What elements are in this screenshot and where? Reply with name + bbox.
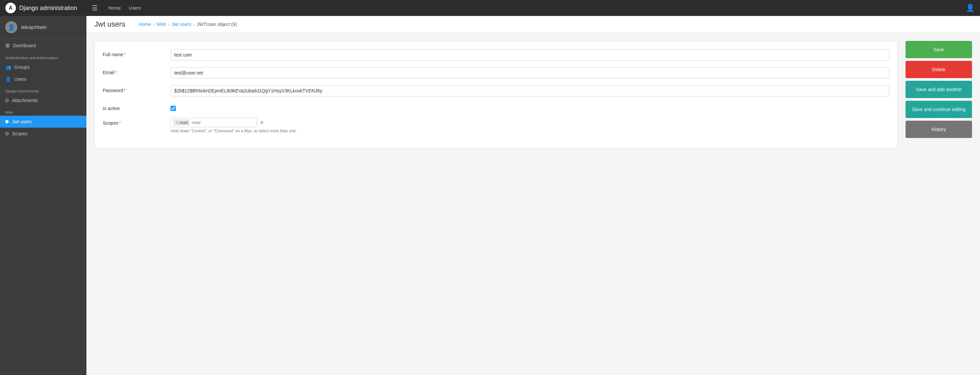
dot-icon bbox=[5, 99, 9, 102]
hamburger-icon[interactable]: ☰ bbox=[92, 4, 98, 12]
sidebar-item-jwt-users[interactable]: Jwt users bbox=[0, 116, 86, 128]
brand-title: Django administration bbox=[19, 5, 77, 12]
breadcrumb-jwt-users[interactable]: Jwt users bbox=[172, 22, 191, 27]
subheader: Jwt users Home › Web › Jwt users › JWTUs… bbox=[86, 16, 980, 33]
sidebar-item-label: Jwt users bbox=[12, 119, 32, 124]
fullname-label: Full name* bbox=[103, 49, 162, 57]
password-label: Password* bbox=[103, 85, 162, 93]
brand: A Django administration bbox=[5, 3, 92, 13]
breadcrumb-current: JWTUser object (9) bbox=[197, 22, 237, 27]
dashboard-icon: ⊞ bbox=[5, 42, 10, 49]
sidebar-item-label: Users bbox=[14, 76, 27, 82]
section-summernote: Django Summernote bbox=[0, 85, 86, 94]
sidebar-username: tekrajchhetri bbox=[21, 25, 46, 30]
fullname-input[interactable] bbox=[170, 49, 889, 60]
sidebar-item-label: Groups bbox=[14, 65, 30, 70]
breadcrumb: Home › Web › Jwt users › JWTUser object … bbox=[138, 22, 237, 27]
breadcrumb-home[interactable]: Home bbox=[138, 22, 151, 27]
breadcrumb-sep-1: › bbox=[153, 22, 154, 27]
sidebar-item-label: Attachments bbox=[12, 98, 38, 103]
scopes-label: Scopes* bbox=[103, 118, 162, 126]
topbar-user-icon[interactable]: 👤 bbox=[966, 4, 975, 12]
sidebar-item-users[interactable]: 👤 Users bbox=[0, 73, 86, 85]
scope-tag-text: read bbox=[179, 120, 188, 125]
sidebar-item-groups[interactable]: 👥 Groups bbox=[0, 61, 86, 73]
topbar: A Django administration ☰ Home Users 👤 bbox=[0, 0, 980, 16]
add-scope-button[interactable]: + bbox=[259, 119, 264, 126]
password-input[interactable] bbox=[170, 85, 889, 96]
breadcrumb-sep-3: › bbox=[193, 22, 195, 27]
sidebar: 👤 tekrajchhetri ⊞ Dashboard Authenticati… bbox=[0, 16, 86, 375]
required-star-email: * bbox=[115, 70, 117, 75]
email-input[interactable] bbox=[170, 67, 889, 78]
topbar-nav: Home Users bbox=[103, 5, 966, 11]
scopes-wrapper: × read + Hold down "Control", or "Comman… bbox=[170, 118, 889, 133]
page-title: Jwt users bbox=[94, 20, 125, 29]
form-row-isactive: Is active bbox=[103, 103, 889, 111]
save-continue-button[interactable]: Save and continue editing bbox=[905, 101, 972, 118]
save-button[interactable]: Save bbox=[905, 41, 972, 58]
action-buttons: Save Delete Save and add another Save an… bbox=[905, 41, 972, 141]
sidebar-item-label: Dashboard bbox=[13, 43, 36, 48]
form-row-scopes: Scopes* × read + bbox=[103, 118, 889, 133]
brand-logo: A bbox=[5, 3, 16, 13]
sidebar-user: 👤 tekrajchhetri bbox=[0, 16, 86, 39]
dot-icon-scopes bbox=[5, 132, 9, 135]
scopes-text-input[interactable] bbox=[192, 120, 212, 125]
form-row-password: Password* bbox=[103, 85, 889, 96]
form-row-fullname: Full name* bbox=[103, 49, 889, 60]
form-row-email: Email* bbox=[103, 67, 889, 78]
main-content: Jwt users Home › Web › Jwt users › JWTUs… bbox=[86, 16, 980, 375]
scopes-tag-input[interactable]: × read bbox=[170, 118, 257, 127]
scope-tag-remove[interactable]: × bbox=[175, 120, 178, 125]
scopes-hint: Hold down "Control", or "Command" on a M… bbox=[170, 129, 889, 133]
save-add-another-button[interactable]: Save and add another bbox=[905, 81, 972, 98]
content-area: Full name* Email* Password* bbox=[86, 33, 980, 156]
delete-button[interactable]: Delete bbox=[905, 61, 972, 78]
users-icon: 👤 bbox=[5, 76, 11, 82]
section-auth: Authentication and Authorization bbox=[0, 52, 86, 61]
isactive-checkbox[interactable] bbox=[170, 106, 176, 111]
nav-users[interactable]: Users bbox=[129, 5, 141, 11]
required-star: * bbox=[124, 52, 125, 57]
scope-tag-read: × read bbox=[173, 119, 190, 126]
isactive-label: Is active bbox=[103, 103, 162, 111]
history-button[interactable]: History bbox=[905, 121, 972, 138]
nav-home[interactable]: Home bbox=[108, 5, 121, 11]
sidebar-item-scopes[interactable]: Scopes bbox=[0, 128, 86, 140]
required-star-scopes: * bbox=[119, 120, 121, 126]
sidebar-item-dashboard[interactable]: ⊞ Dashboard bbox=[0, 39, 86, 52]
required-star-pwd: * bbox=[124, 88, 125, 93]
breadcrumb-sep-2: › bbox=[168, 22, 170, 27]
sidebar-item-label: Scopes bbox=[12, 131, 28, 136]
section-web: Web bbox=[0, 106, 86, 116]
dot-icon-active bbox=[5, 120, 9, 123]
form-card: Full name* Email* Password* bbox=[94, 41, 897, 148]
sidebar-item-attachments[interactable]: Attachments bbox=[0, 94, 86, 106]
scopes-input-row: × read + bbox=[170, 118, 889, 127]
email-label: Email* bbox=[103, 67, 162, 75]
breadcrumb-web[interactable]: Web bbox=[157, 22, 166, 27]
avatar: 👤 bbox=[5, 21, 17, 33]
groups-icon: 👥 bbox=[5, 65, 11, 70]
